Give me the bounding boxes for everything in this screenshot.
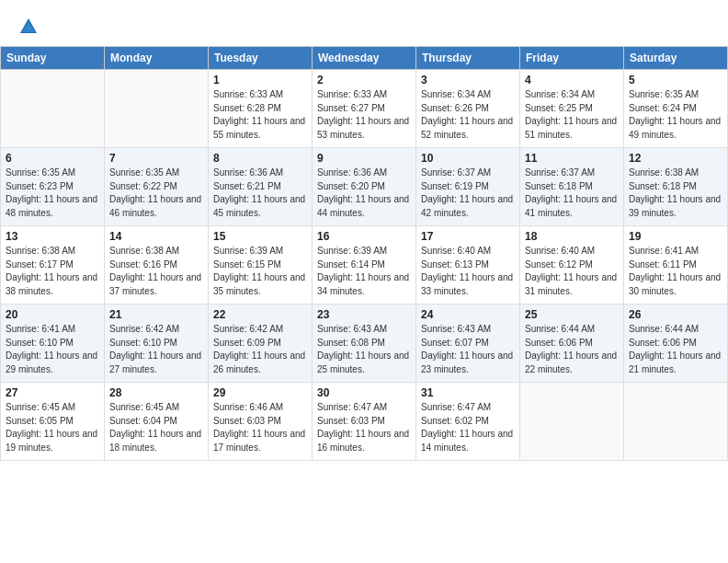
day-number: 17 (421, 230, 515, 243)
day-number: 28 (109, 386, 203, 399)
calendar-header-tuesday: Tuesday (209, 47, 313, 70)
day-info: Sunrise: 6:40 AMSunset: 6:12 PMDaylight:… (525, 245, 619, 298)
day-info: Sunrise: 6:45 AMSunset: 6:05 PMDaylight:… (6, 401, 99, 454)
day-info: Sunrise: 6:44 AMSunset: 6:06 PMDaylight:… (629, 323, 722, 376)
day-number: 9 (317, 152, 411, 165)
calendar-cell: 12Sunrise: 6:38 AMSunset: 6:18 PMDayligh… (624, 148, 728, 226)
calendar-cell: 15Sunrise: 6:39 AMSunset: 6:15 PMDayligh… (209, 226, 313, 304)
calendar-cell: 18Sunrise: 6:40 AMSunset: 6:12 PMDayligh… (520, 226, 624, 304)
calendar-cell: 21Sunrise: 6:42 AMSunset: 6:10 PMDayligh… (105, 304, 209, 383)
day-info: Sunrise: 6:44 AMSunset: 6:06 PMDaylight:… (525, 323, 619, 376)
day-number: 5 (629, 74, 722, 86)
calendar-cell: 16Sunrise: 6:39 AMSunset: 6:14 PMDayligh… (313, 226, 416, 304)
calendar-cell: 20Sunrise: 6:41 AMSunset: 6:10 PMDayligh… (1, 304, 105, 383)
calendar-cell: 23Sunrise: 6:43 AMSunset: 6:08 PMDayligh… (313, 304, 416, 383)
calendar-cell: 14Sunrise: 6:38 AMSunset: 6:16 PMDayligh… (105, 226, 209, 304)
calendar-cell: 29Sunrise: 6:46 AMSunset: 6:03 PMDayligh… (209, 383, 313, 461)
day-info: Sunrise: 6:33 AMSunset: 6:27 PMDaylight:… (317, 88, 411, 142)
calendar-cell: 25Sunrise: 6:44 AMSunset: 6:06 PMDayligh… (520, 304, 624, 383)
calendar-table: SundayMondayTuesdayWednesdayThursdayFrid… (0, 46, 728, 461)
day-number: 31 (421, 386, 515, 399)
calendar-cell: 10Sunrise: 6:37 AMSunset: 6:19 PMDayligh… (416, 148, 520, 226)
calendar-cell: 7Sunrise: 6:35 AMSunset: 6:22 PMDaylight… (105, 148, 209, 226)
calendar-header-wednesday: Wednesday (313, 47, 416, 70)
calendar-header-sunday: Sunday (1, 47, 105, 70)
calendar-cell: 1Sunrise: 6:33 AMSunset: 6:28 PMDaylight… (209, 70, 313, 148)
header (0, 0, 728, 46)
day-info: Sunrise: 6:47 AMSunset: 6:02 PMDaylight:… (421, 401, 515, 454)
day-info: Sunrise: 6:36 AMSunset: 6:21 PMDaylight:… (213, 167, 307, 220)
day-info: Sunrise: 6:42 AMSunset: 6:10 PMDaylight:… (109, 323, 203, 376)
day-number: 18 (525, 230, 619, 243)
day-info: Sunrise: 6:38 AMSunset: 6:18 PMDaylight:… (629, 167, 722, 220)
calendar-cell: 3Sunrise: 6:34 AMSunset: 6:26 PMDaylight… (416, 70, 520, 148)
calendar-cell: 13Sunrise: 6:38 AMSunset: 6:17 PMDayligh… (1, 226, 105, 304)
logo-icon (18, 17, 39, 37)
logo (17, 17, 39, 37)
day-number: 16 (317, 230, 411, 243)
day-info: Sunrise: 6:40 AMSunset: 6:13 PMDaylight:… (421, 245, 515, 298)
calendar-header-saturday: Saturday (624, 47, 728, 70)
day-number: 22 (213, 308, 307, 321)
day-info: Sunrise: 6:33 AMSunset: 6:28 PMDaylight:… (213, 88, 307, 142)
calendar-cell: 8Sunrise: 6:36 AMSunset: 6:21 PMDaylight… (209, 148, 313, 226)
day-number: 29 (213, 386, 307, 399)
calendar-header-thursday: Thursday (416, 47, 520, 70)
day-info: Sunrise: 6:35 AMSunset: 6:24 PMDaylight:… (629, 88, 722, 142)
calendar-header-monday: Monday (105, 47, 209, 70)
day-number: 23 (317, 308, 411, 321)
calendar-cell: 17Sunrise: 6:40 AMSunset: 6:13 PMDayligh… (416, 226, 520, 304)
day-info: Sunrise: 6:42 AMSunset: 6:09 PMDaylight:… (213, 323, 307, 376)
week-row-3: 13Sunrise: 6:38 AMSunset: 6:17 PMDayligh… (1, 226, 728, 304)
day-number: 20 (6, 308, 99, 321)
day-number: 19 (629, 230, 722, 243)
day-number: 25 (525, 308, 619, 321)
day-info: Sunrise: 6:37 AMSunset: 6:19 PMDaylight:… (421, 167, 515, 220)
day-info: Sunrise: 6:36 AMSunset: 6:20 PMDaylight:… (317, 167, 411, 220)
calendar-cell (624, 383, 728, 461)
day-number: 26 (629, 308, 722, 321)
day-number: 15 (213, 230, 307, 243)
day-info: Sunrise: 6:38 AMSunset: 6:16 PMDaylight:… (109, 245, 203, 298)
day-info: Sunrise: 6:47 AMSunset: 6:03 PMDaylight:… (317, 401, 411, 454)
day-info: Sunrise: 6:41 AMSunset: 6:10 PMDaylight:… (6, 323, 99, 376)
day-info: Sunrise: 6:39 AMSunset: 6:14 PMDaylight:… (317, 245, 411, 298)
calendar-cell (1, 70, 105, 148)
calendar-header-row: SundayMondayTuesdayWednesdayThursdayFrid… (1, 47, 728, 70)
day-number: 10 (421, 152, 515, 165)
page: SundayMondayTuesdayWednesdayThursdayFrid… (0, 0, 728, 563)
calendar-cell: 28Sunrise: 6:45 AMSunset: 6:04 PMDayligh… (105, 383, 209, 461)
week-row-1: 1Sunrise: 6:33 AMSunset: 6:28 PMDaylight… (1, 70, 728, 148)
day-info: Sunrise: 6:35 AMSunset: 6:23 PMDaylight:… (6, 167, 99, 220)
calendar-cell: 30Sunrise: 6:47 AMSunset: 6:03 PMDayligh… (313, 383, 416, 461)
calendar-cell: 31Sunrise: 6:47 AMSunset: 6:02 PMDayligh… (416, 383, 520, 461)
calendar-cell (105, 70, 209, 148)
day-number: 8 (213, 152, 307, 165)
day-info: Sunrise: 6:39 AMSunset: 6:15 PMDaylight:… (213, 245, 307, 298)
calendar-cell (520, 383, 624, 461)
day-info: Sunrise: 6:43 AMSunset: 6:08 PMDaylight:… (317, 323, 411, 376)
day-number: 3 (421, 74, 515, 86)
calendar-cell: 19Sunrise: 6:41 AMSunset: 6:11 PMDayligh… (624, 226, 728, 304)
calendar-cell: 26Sunrise: 6:44 AMSunset: 6:06 PMDayligh… (624, 304, 728, 383)
day-info: Sunrise: 6:41 AMSunset: 6:11 PMDaylight:… (629, 245, 722, 298)
week-row-5: 27Sunrise: 6:45 AMSunset: 6:05 PMDayligh… (1, 383, 728, 461)
day-number: 6 (6, 152, 99, 165)
day-info: Sunrise: 6:34 AMSunset: 6:25 PMDaylight:… (525, 88, 619, 142)
calendar-cell: 11Sunrise: 6:37 AMSunset: 6:18 PMDayligh… (520, 148, 624, 226)
day-number: 14 (109, 230, 203, 243)
day-info: Sunrise: 6:38 AMSunset: 6:17 PMDaylight:… (6, 245, 99, 298)
day-number: 21 (109, 308, 203, 321)
day-info: Sunrise: 6:43 AMSunset: 6:07 PMDaylight:… (421, 323, 515, 376)
calendar-cell: 2Sunrise: 6:33 AMSunset: 6:27 PMDaylight… (313, 70, 416, 148)
calendar-cell: 4Sunrise: 6:34 AMSunset: 6:25 PMDaylight… (520, 70, 624, 148)
calendar-cell: 24Sunrise: 6:43 AMSunset: 6:07 PMDayligh… (416, 304, 520, 383)
week-row-2: 6Sunrise: 6:35 AMSunset: 6:23 PMDaylight… (1, 148, 728, 226)
day-number: 12 (629, 152, 722, 165)
calendar-cell: 6Sunrise: 6:35 AMSunset: 6:23 PMDaylight… (1, 148, 105, 226)
day-info: Sunrise: 6:46 AMSunset: 6:03 PMDaylight:… (213, 401, 307, 454)
day-info: Sunrise: 6:35 AMSunset: 6:22 PMDaylight:… (109, 167, 203, 220)
calendar-cell: 22Sunrise: 6:42 AMSunset: 6:09 PMDayligh… (209, 304, 313, 383)
calendar-cell: 27Sunrise: 6:45 AMSunset: 6:05 PMDayligh… (1, 383, 105, 461)
day-number: 2 (317, 74, 411, 86)
